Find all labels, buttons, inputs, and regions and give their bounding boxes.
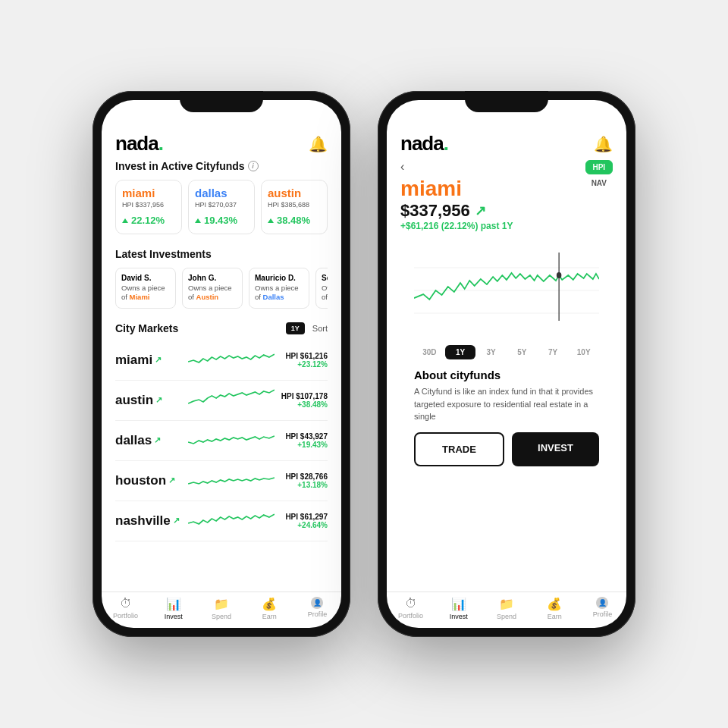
phone-1-inner: nada. 🔔 Invest in Active Cityfunds i mia… [102,100,341,628]
inv-card-mauricio: Mauricio D. Owns a piece of Dallas [249,268,309,309]
detail-change: +$61,216 (22.12%) past 1Y [400,221,613,231]
inv-desc-john: Owns a piece of Austin [188,284,237,303]
market-city-miami: miami ↗ [115,353,182,368]
market-pct-houston: +13.18% [281,481,328,489]
inv-card-david: David S. Owns a piece of Miami [115,268,176,309]
main-chart-container [400,237,613,339]
nav-profile-2[interactable]: 👤 Profile [579,597,626,620]
logo-2: nada. [400,132,448,155]
market-chart-nashville [188,509,275,533]
market-row-miami[interactable]: miami ↗ HPI $61,216 +23.12% [115,340,328,381]
cf-city-austin: austin [268,187,321,199]
phone-1: nada. 🔔 Invest in Active Cityfunds i mia… [93,91,350,637]
cf-hpi-dallas: HPI $270,037 [195,201,248,209]
bell-icon-2[interactable]: 🔔 [594,135,613,153]
inv-desc-david: Owns a piece of Miami [121,284,170,303]
market-stats-dallas: HPI $43,927 +19.43% [281,432,328,449]
inv-name-mauricio: Mauricio D. [255,274,303,282]
time-btn-30d[interactable]: 30D [414,345,445,359]
nav-portfolio-2[interactable]: ⏱ Portfolio [387,597,435,620]
phone-2-inner: nada. 🔔 ‹ HPI NAV miami [387,100,626,628]
about-title: About cityfunds [414,369,599,381]
invest-button[interactable]: INVEST [512,432,599,466]
market-pct-nashville: +24.64% [281,521,328,529]
city-markets-header: City Markets 1Y Sort [115,322,328,334]
avatar-2: 👤 [596,597,608,609]
about-section: About cityfunds A Cityfund is like an in… [400,369,613,423]
market-chart-houston [188,469,275,493]
nav-earn-1[interactable]: 💰 Earn [246,597,293,620]
inv-desc-mauricio: Owns a piece of Dallas [255,284,303,303]
phone-1-header: nada. 🔔 [102,121,341,160]
bell-icon-1[interactable]: 🔔 [309,135,328,153]
inv-name-david: David S. [121,274,170,282]
hpi-button[interactable]: HPI [585,160,613,174]
nav-portfolio-1[interactable]: ⏱ Portfolio [102,597,149,620]
earn-icon-2: 💰 [547,597,562,611]
time-btn-10y[interactable]: 10Y [568,345,599,359]
earn-icon-1: 💰 [262,597,277,611]
market-chart-austin [188,388,275,413]
profile-label-2: Profile [593,610,613,618]
market-stats-houston: HPI $28,766 +13.18% [281,472,328,489]
invest-icon-2: 📊 [451,597,466,611]
market-hpi-nashville: HPI $61,297 [281,513,328,521]
market-city-austin: austin ↗ [115,393,182,408]
nav-spend-2[interactable]: 📁 Spend [482,597,530,620]
cf-pct-dallas: 19.43% [195,215,248,226]
invest-label-1: Invest [165,613,183,620]
market-stats-nashville: HPI $61,297 +24.64% [281,513,328,529]
cf-city-miami: miami [122,187,175,199]
detail-top: ‹ HPI NAV miami $337,956 ↗ +$61,216 (22.… [400,160,613,231]
portfolio-label-2: Portfolio [398,612,423,620]
period-badge[interactable]: 1Y [286,322,305,334]
market-row-houston[interactable]: houston ↗ HPI $28,766 +13.18% [115,461,328,501]
cf-card-dallas[interactable]: dallas HPI $270,037 19.43% [188,180,255,234]
nav-toggle-button[interactable]: NAV [585,177,613,190]
time-btn-5y[interactable]: 5Y [507,345,538,359]
detail-price: $337,956 ↗ [400,201,613,221]
cf-pct-austin: 38.48% [268,215,321,226]
market-stats-miami: HPI $61,216 +23.12% [281,352,328,369]
bottom-nav-1: ⏱ Portfolio 📊 Invest 📁 Spend 💰 Earn [102,592,341,628]
phone-2-notch [465,91,548,112]
nav-spend-1[interactable]: 📁 Spend [197,597,245,620]
spend-label-1: Spend [212,613,231,620]
info-icon[interactable]: i [248,161,259,171]
back-button[interactable]: ‹ [400,160,613,177]
market-city-dallas: dallas ↗ [115,433,182,448]
nav-earn-2[interactable]: 💰 Earn [531,597,579,620]
invest-section-title: Invest in Active Cityfunds i [115,160,328,172]
spend-icon-2: 📁 [499,597,514,611]
time-btn-7y[interactable]: 7Y [538,345,569,359]
spend-label-2: Spend [497,613,516,620]
market-row-dallas[interactable]: dallas ↗ HPI $43,927 +19.43% [115,421,328,461]
market-hpi-miami: HPI $61,216 [281,352,328,360]
inv-name-john: John G. [188,274,237,282]
time-btn-1y[interactable]: 1Y [445,345,476,359]
phone-1-screen: nada. 🔔 Invest in Active Cityfunds i mia… [102,100,341,628]
spend-icon-1: 📁 [214,597,229,611]
cf-pct-miami: 22.12% [122,215,175,226]
cf-card-miami[interactable]: miami HPI $337,956 22.12% [115,180,182,234]
svg-point-4 [557,272,562,278]
market-chart-miami [188,348,275,372]
market-row-austin[interactable]: austin ↗ HPI $107,178 +38.48% [115,381,328,421]
phone-1-content: Invest in Active Cityfunds i miami HPI $… [102,160,341,592]
nav-profile-1[interactable]: 👤 Profile [293,597,341,620]
sort-button[interactable]: Sort [312,324,328,333]
nav-invest-2[interactable]: 📊 Invest [435,597,482,620]
portfolio-icon-2: ⏱ [405,597,417,610]
price-arrow-icon: ↗ [475,202,486,219]
market-pct-miami: +23.12% [281,360,328,369]
market-hpi-houston: HPI $28,766 [281,472,328,481]
market-stats-austin: HPI $107,178 +38.48% [281,392,328,409]
nav-invest-1[interactable]: 📊 Invest [149,597,197,620]
cf-hpi-miami: HPI $337,956 [122,201,175,209]
market-row-nashville[interactable]: nashville ↗ HPI $61,297 +24.64% [115,501,328,541]
market-hpi-dallas: HPI $43,927 [281,432,328,441]
trade-button[interactable]: TRADE [414,432,504,466]
cf-card-austin[interactable]: austin HPI $385,688 38.48% [261,180,328,234]
market-city-houston: houston ↗ [115,473,182,488]
time-btn-3y[interactable]: 3Y [475,345,507,359]
